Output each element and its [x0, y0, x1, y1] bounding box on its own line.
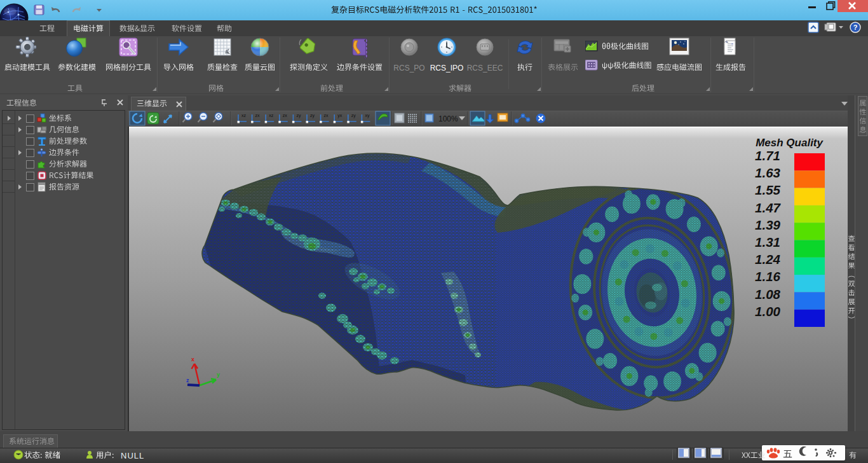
svg-text:Mesh Quality: Mesh Quality: [756, 137, 824, 149]
svg-text:z: z: [186, 377, 189, 384]
svg-text:1.39: 1.39: [755, 218, 780, 232]
svg-text:1.16: 1.16: [755, 269, 780, 284]
svg-text:zx: zx: [324, 113, 329, 118]
svg-text:?: ?: [853, 24, 858, 31]
svg-text:zy: zy: [310, 113, 315, 118]
svg-text:zx: zx: [255, 113, 261, 118]
svg-text:zy: zy: [296, 113, 301, 118]
svg-text:1.63: 1.63: [755, 165, 780, 180]
svg-text:1.71: 1.71: [755, 148, 780, 163]
svg-text:1.55: 1.55: [755, 183, 780, 197]
svg-text:x: x: [191, 356, 194, 363]
svg-text:xy: xy: [365, 113, 370, 118]
svg-text:y: y: [217, 371, 220, 378]
svg-text:1.00: 1.00: [755, 304, 780, 319]
svg-text:xz: xz: [241, 113, 247, 118]
svg-text:1.47: 1.47: [755, 200, 781, 215]
svg-text:1.08: 1.08: [755, 287, 780, 301]
svg-text:zy: zy: [351, 113, 356, 118]
svg-text:yx: yx: [337, 113, 342, 118]
svg-text:1.24: 1.24: [755, 252, 780, 266]
svg-text:1.31: 1.31: [755, 235, 780, 249]
svg-text:zx: zx: [283, 113, 288, 118]
svg-text:xz: xz: [269, 113, 274, 118]
